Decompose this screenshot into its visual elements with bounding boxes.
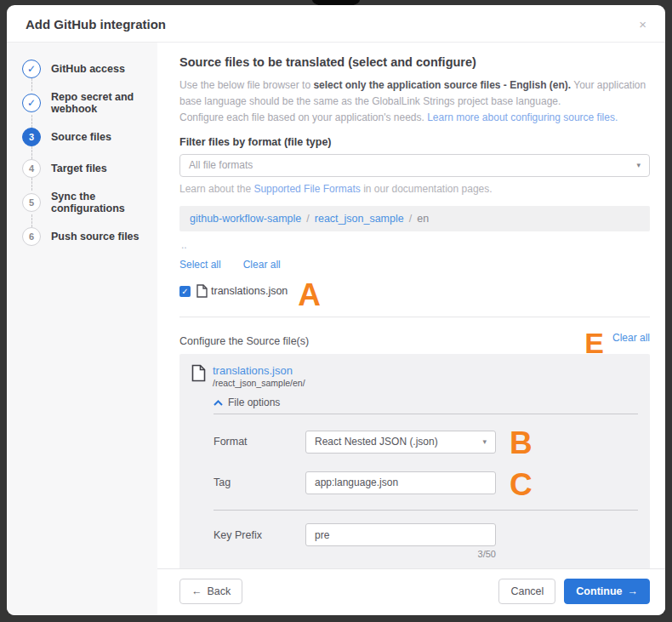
configure-heading: Configure the Source file(s)	[179, 335, 309, 351]
step-connector	[31, 146, 157, 159]
tag-label: Tag	[214, 476, 305, 488]
source-file-config-panel: translations.json /react_json_sample/en/…	[179, 354, 650, 568]
annotation-e: E	[584, 330, 604, 357]
step-connector	[31, 178, 157, 191]
add-github-integration-modal: Add GitHub integration × ✓ GitHub access…	[7, 5, 665, 615]
file-icon	[196, 284, 208, 298]
select-all-link[interactable]: Select all	[179, 259, 221, 271]
supported-file-formats-link[interactable]: Supported File Formats	[253, 183, 360, 195]
chevron-down-icon: ▾	[636, 161, 641, 169]
step-label: Repo secret and webhook	[51, 91, 157, 115]
breadcrumb: github-workflow-sample/react_json_sample…	[179, 206, 650, 231]
step-connector	[31, 78, 157, 91]
format-value: React Nested JSON (.json)	[315, 436, 438, 448]
breadcrumb-folder-link[interactable]: react_json_sample	[315, 213, 404, 225]
step-number-badge: 4	[22, 159, 41, 178]
step-label: Target files	[51, 163, 107, 174]
file-name: translations.json	[211, 285, 288, 297]
parent-directory-link[interactable]: ..	[181, 239, 650, 251]
step-target-files[interactable]: 4 Target files	[22, 159, 157, 178]
section-divider	[179, 317, 650, 317]
file-list-item: ✓ translations.json A	[179, 277, 650, 305]
step-done-check-icon: ✓	[22, 60, 41, 78]
continue-label: Continue	[576, 585, 622, 597]
file-options-label: File options	[228, 397, 280, 408]
annotation-a: A	[298, 281, 321, 309]
configure-clear-all-link[interactable]: Clear all	[612, 332, 650, 344]
step-label: GitHub access	[51, 63, 125, 75]
chevron-down-icon: ▾	[482, 437, 487, 446]
cancel-button[interactable]: Cancel	[498, 579, 555, 604]
annotation-b: B	[510, 429, 532, 457]
continue-arrow-icon: →	[628, 585, 639, 597]
hint-pre: Learn about the	[179, 183, 253, 195]
step-github-access[interactable]: ✓ GitHub access	[22, 60, 157, 78]
back-label: Back	[208, 585, 231, 597]
breadcrumb-separator: /	[306, 213, 309, 225]
configured-file-path: /react_json_sample/en/	[213, 378, 305, 388]
step-label: Push source files	[51, 231, 140, 243]
formats-hint: Learn about the Supported File Formats i…	[179, 183, 650, 195]
back-arrow-icon: ←	[191, 585, 202, 597]
file-icon	[191, 364, 206, 385]
intro-text: Use the below file browser to select onl…	[179, 77, 650, 127]
chevron-up-icon	[214, 400, 223, 406]
step-repo-secret[interactable]: ✓ Repo secret and webhook	[22, 91, 157, 115]
configuring-source-files-link[interactable]: Learn more about configuring source file…	[427, 111, 618, 123]
breadcrumb-separator: /	[409, 213, 412, 225]
source-files-step-content: Source files to be translated (select an…	[157, 43, 665, 568]
back-button[interactable]: ← Back	[179, 579, 242, 604]
step-number-badge: 6	[22, 227, 41, 246]
hint-post: in our documentation pages.	[361, 183, 493, 195]
intro-pre: Use the below file browser to	[179, 79, 313, 91]
cancel-label: Cancel	[510, 585, 544, 597]
panel-divider	[214, 510, 638, 511]
modal-footer: ← Back Cancel Continue →	[157, 568, 665, 615]
step-connector	[31, 115, 157, 128]
file-format-filter-value: All file formats	[189, 159, 253, 171]
file-checkbox[interactable]: ✓	[179, 286, 191, 297]
intro-line2: Configure each file based on your applic…	[179, 111, 427, 123]
filter-label: Filter files by format (file type)	[179, 136, 650, 148]
tag-input[interactable]	[305, 471, 496, 494]
modal-title: Add GitHub integration	[26, 17, 166, 31]
step-connector	[31, 214, 157, 227]
intro-bold: select only the application source files…	[313, 79, 571, 91]
file-options-toggle[interactable]: File options	[214, 397, 638, 414]
step-label: Sync the configurations	[51, 191, 157, 214]
breadcrumb-current: en	[417, 213, 429, 225]
step-push-source-files[interactable]: 6 Push source files	[22, 227, 157, 246]
stepper-sidebar: ✓ GitHub access ✓ Repo secret and webhoo…	[7, 43, 157, 615]
continue-button[interactable]: Continue →	[564, 579, 650, 604]
modal-header: Add GitHub integration ×	[7, 5, 665, 43]
format-select[interactable]: React Nested JSON (.json) ▾	[305, 431, 496, 454]
step-source-files[interactable]: 3 Source files	[22, 128, 157, 146]
configured-file-link[interactable]: translations.json	[213, 364, 305, 377]
key-prefix-label: Key Prefix	[214, 529, 305, 541]
key-prefix-counter: 3/50	[305, 549, 496, 559]
breadcrumb-repo-link[interactable]: github-workflow-sample	[190, 213, 301, 225]
annotation-c: C	[510, 471, 532, 499]
step-label: Source files	[51, 131, 111, 143]
step-sync-configurations[interactable]: 5 Sync the configurations	[22, 191, 157, 214]
key-prefix-input[interactable]	[305, 523, 496, 546]
page-title: Source files to be translated (select an…	[179, 55, 650, 69]
step-number-badge: 3	[22, 128, 41, 146]
file-format-filter-select[interactable]: All file formats ▾	[179, 154, 650, 177]
step-number-badge: 5	[22, 193, 41, 212]
clear-all-link[interactable]: Clear all	[243, 259, 281, 271]
format-label: Format	[214, 436, 305, 448]
step-done-check-icon: ✓	[22, 94, 41, 112]
close-icon[interactable]: ×	[635, 16, 650, 32]
